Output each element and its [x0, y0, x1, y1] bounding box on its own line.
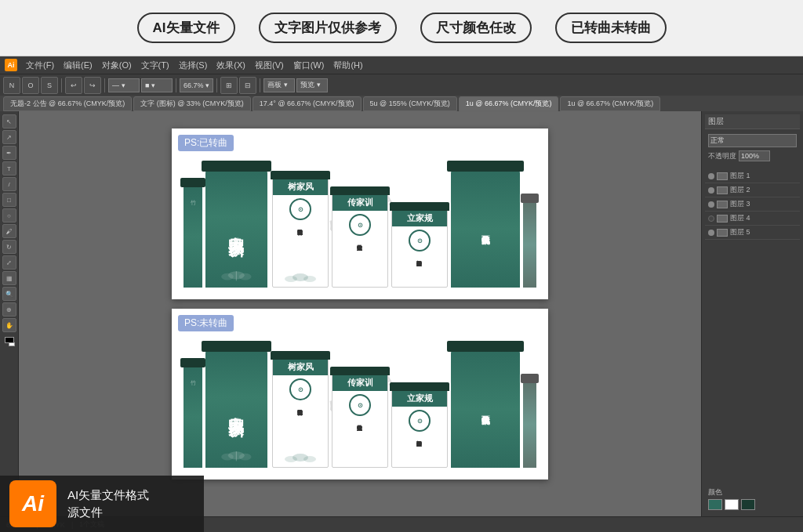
toolbar: N O S ↩ ↪ — ▾ ■ ▾ 66.7% ▾ ⊞ ⊟ 画板 ▾ 预览 ▾ — [0, 74, 803, 96]
blend-mode-row: 正常 — [705, 132, 800, 149]
panel-blend-section: 正常 不透明度 — [705, 132, 800, 163]
menu-select[interactable]: 选择(S) — [175, 60, 212, 71]
toolbar-sep-5 — [260, 78, 260, 92]
tab-2[interactable]: 文字 (图标) @ 33% (CMYK/预览) — [133, 96, 251, 111]
svg-point-1 — [222, 273, 234, 280]
tab-3[interactable]: 17.4° @ 66.67% (CMYK/预览) — [253, 96, 362, 111]
main-panel-top: 家风家训 中国传统文化 — [205, 170, 267, 288]
artboard-dropdown[interactable]: 画板 ▾ — [263, 78, 295, 92]
opacity-row: 不透明度 — [705, 149, 800, 163]
sub-panel-2-top: 传家训 ⊙ 诚实守信见义勇为清白做人受役敬业 — [332, 194, 388, 288]
layer-item-2[interactable]: 图层 2 — [705, 183, 800, 197]
opacity-input[interactable] — [739, 150, 770, 161]
tab-5-active[interactable]: 1u @ 66.67% (CMYK/预览) — [459, 96, 559, 111]
tab-6[interactable]: 1u @ 66.67% (CMYK/预览) — [560, 96, 660, 111]
panel-title-layers: 图层 — [705, 114, 800, 129]
sub-panel-1b-header: 树家风 — [273, 359, 328, 375]
layer-5-thumb — [717, 229, 728, 237]
layer-item-1[interactable]: 图层 1 — [705, 169, 800, 183]
artwork-card-bottom: PS:未转曲 矢锐图网 竹 家风家训 中国传统文化 — [172, 309, 548, 480]
menu-file[interactable]: 文件(F) — [22, 60, 58, 71]
canvas-area[interactable]: PS:已转曲 矢锐图网 竹 家风家训 中国传统文化 — [19, 111, 701, 516]
undo-btn[interactable]: ↩ — [65, 77, 82, 94]
layer-4-name: 图层 4 — [730, 213, 797, 223]
rotate-tool[interactable]: ↻ — [2, 240, 16, 254]
rect-tool[interactable]: □ — [2, 193, 16, 207]
menu-help[interactable]: 帮助(H) — [329, 60, 366, 71]
right-big-panel-bottom: 弘扬传统美德传承百年家风 — [451, 350, 519, 468]
color-swatches — [708, 499, 797, 510]
right-panel: 图层 正常 不透明度 图层 1 — [701, 111, 803, 516]
blend-mode-dropdown[interactable]: 正常 — [708, 134, 797, 147]
ps-label-top: PS:已转曲 — [178, 135, 234, 151]
tab-4[interactable]: 5u @ 155% (CMYK/预览) — [363, 96, 457, 111]
color-swatch-dark[interactable] — [741, 499, 755, 510]
view-dropdown[interactable]: 预览 ▾ — [296, 78, 328, 92]
main-area: ↖ ↗ ✒ T / □ ○ 🖌 ↻ ⤢ ▦ 🔍 ⊕ ✋ PS:已转曲 矢锐图网 — [0, 111, 803, 516]
ellipse-tool[interactable]: ○ — [2, 208, 16, 223]
menu-edit[interactable]: 编辑(E) — [60, 60, 96, 71]
open-btn[interactable]: O — [22, 77, 39, 94]
svg-point-9 — [239, 454, 252, 461]
main-panel-title-bottom: 家风家训 — [226, 404, 247, 411]
layer-item-3[interactable]: 图层 3 — [705, 197, 800, 212]
menu-window[interactable]: 窗口(W) — [289, 60, 329, 71]
brush-tool[interactable]: 🖌 — [2, 224, 16, 238]
sub-panel-1-header: 树家风 — [273, 179, 328, 195]
new-btn[interactable]: N — [3, 77, 20, 94]
menu-view[interactable]: 视图(V) — [251, 60, 288, 71]
color-swatch-green[interactable] — [708, 499, 722, 510]
sub-panel-3-bottom: 立家规 ⊙ 和待乡邻谦逊勤行进取担行洁身自好 — [391, 389, 448, 468]
stroke-dropdown[interactable]: — ▾ — [108, 78, 140, 92]
ai-badge-icon: Ai — [9, 480, 56, 527]
layer-2-visibility[interactable] — [708, 187, 714, 194]
menu-object[interactable]: 对象(O) — [98, 60, 136, 71]
ai-badge-text: AI矢量文件格式 源文件 — [67, 487, 149, 522]
zoom-tool[interactable]: ⊕ — [2, 302, 16, 317]
layer-4-thumb — [717, 215, 728, 223]
redo-btn[interactable]: ↪ — [84, 77, 101, 94]
layers-list: 图层 1 图层 2 图层 3 图层 4 — [705, 169, 800, 240]
left-toolbox: ↖ ↗ ✒ T / □ ○ 🖌 ↻ ⤢ ▦ 🔍 ⊕ ✋ — [0, 111, 19, 516]
menu-text[interactable]: 文字(T) — [137, 60, 173, 71]
pen-tool[interactable]: ✒ — [2, 146, 16, 160]
layer-4-visibility[interactable] — [708, 215, 714, 222]
eyedropper-tool[interactable]: 🔍 — [2, 287, 16, 301]
scale-tool[interactable]: ⤢ — [2, 255, 16, 270]
layer-1-name: 图层 1 — [730, 171, 797, 181]
layers-section: 图层 1 图层 2 图层 3 图层 4 — [705, 169, 800, 240]
save-btn[interactable]: S — [41, 77, 58, 94]
align-btn[interactable]: ⊞ — [220, 77, 238, 94]
zoom-dropdown[interactable]: 66.7% ▾ — [180, 78, 213, 92]
layer-3-visibility[interactable] — [708, 201, 714, 208]
svg-point-5 — [285, 276, 297, 282]
fill-dropdown[interactable]: ■ ▾ — [141, 78, 173, 92]
text-tool[interactable]: T — [2, 161, 16, 176]
layer-1-thumb — [717, 172, 728, 180]
sub-panel-1b-text: 尊长爱幼宽容博爱善待他人重礼谦让 — [296, 404, 306, 407]
color-swatch-white[interactable] — [725, 499, 739, 510]
layer-1-visibility[interactable] — [708, 173, 714, 179]
sub-panel-1b-circle: ⊙ — [289, 378, 311, 400]
sub-panel-2-bottom: 传家训 ⊙ 诚实守信见义勇为清白做人受役敬业 — [332, 374, 388, 468]
sub-panels-bottom: 树家风 ⊙ 尊长爱幼宽容博爱善待他人重礼谦让 传家训 ⊙ — [272, 358, 448, 468]
layer-5-visibility[interactable] — [708, 230, 714, 236]
hand-tool[interactable]: ✋ — [2, 318, 16, 332]
color-panel-label: 颜色 — [708, 487, 797, 498]
sub-panel-3-top: 立家规 ⊙ 和待乡邻谦逊勤行进取担行洁身自好 — [391, 209, 448, 288]
ai-application: Ai 文件(F) 编辑(E) 对象(O) 文字(T) 选择(S) 效果(X) 视… — [0, 56, 803, 532]
layer-item-5[interactable]: 图层 5 — [705, 226, 800, 240]
sub-panel-1-bottom: 树家风 ⊙ 尊长爱幼宽容博爱善待他人重礼谦让 — [272, 358, 329, 468]
tab-bar: 无题-2 公告 @ 66.67% (CMYK/预览) 文字 (图标) @ 33%… — [0, 96, 803, 111]
pathfinder-btn[interactable]: ⊟ — [239, 77, 256, 94]
layer-item-4[interactable]: 图层 4 — [705, 212, 800, 226]
select-tool[interactable]: ↖ — [2, 114, 16, 128]
line-tool[interactable]: / — [2, 177, 16, 191]
sub-panel-3-text: 和待乡邻谦逊勤行进取担行洁身自好 — [415, 255, 425, 258]
menu-effect[interactable]: 效果(X) — [213, 60, 249, 71]
direct-select-tool[interactable]: ↗ — [2, 130, 16, 144]
ai-badge-line2: 源文件 — [67, 504, 149, 522]
tab-1[interactable]: 无题-2 公告 @ 66.67% (CMYK/预览) — [3, 96, 132, 111]
sub-panel-1-top: 树家风 ⊙ 尊长爱幼宽容博爱善待他人重礼谦让 — [272, 178, 329, 288]
gradient-tool[interactable]: ▦ — [2, 271, 16, 285]
